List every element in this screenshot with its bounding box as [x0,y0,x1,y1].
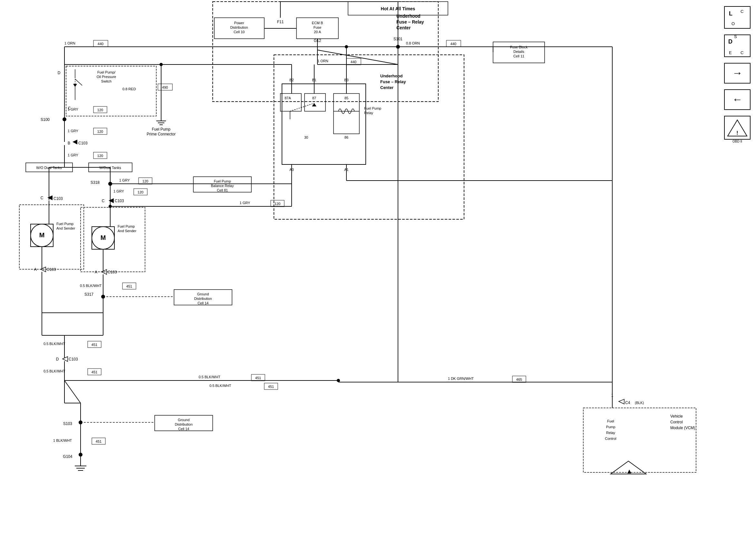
s318-label: S318 [91,180,100,185]
wire-red-08-label: 0.8 RED [122,87,136,91]
svg-line-14 [317,50,398,64]
wire-dkgrnwht-label: 1 DK GRN/WHT [448,377,474,381]
fp-balance-relay-label1: Fuel Pump [214,179,231,183]
power-dist-label: Power [234,21,244,25]
svg-rect-128 [724,6,750,28]
f11-label: F11 [277,20,284,24]
g104-label: G104 [63,454,73,459]
wire-blkwht-horiz-label: 0.5 BLK/WHT [199,375,220,379]
cc103-left-c: C [41,196,44,200]
wire-blkwht-long-label: 0.5 BLK/WHT [209,384,231,388]
fuse-block-label2: Details [513,50,524,53]
wire-blkwht-1-label: 1 BLK/WHT [53,439,72,442]
fp-sender-left-label2: And Sender [56,226,75,230]
motor-right-symbol: M [101,234,106,241]
fp-switch-label1: Fuel Pump/ [97,70,116,74]
power-dist-label2: Distribution [230,25,248,29]
vcm-control-label: Control [670,420,683,424]
obd-triangle-icon: ▲ [626,468,633,475]
gnd-dist-1-label1: Ground [197,292,209,296]
d-connector-label: D [58,71,61,75]
s317-label: S317 [84,292,93,297]
fp-relay-ctrl-label3: Relay [606,431,615,435]
wire-gry-num-a: 120 [97,108,103,112]
wire-orn440-label-a: 1 ORN [64,41,75,45]
fp-relay-label1: Fuel Pump [364,106,381,110]
wire-blkwht-bot-label: 0.5 BLK/WHT [44,342,65,346]
wire-gry-num-b: 120 [97,130,103,133]
wire-gry-label-c: 1 GRY [68,153,78,157]
fp-relay-ctrl-label2: Pump [606,425,615,429]
fp-sender-right-label1: Fuel Pump [118,224,135,228]
fp-sender-left-label1: Fuel Pump [56,222,73,226]
obd-sidebar-label: OBD II [732,140,742,143]
wire-gry-relay-bot-num: 120 [275,202,280,206]
gnd-dist-1-label2: Distribution [194,297,212,301]
svg-marker-124 [619,399,624,404]
underhood-label-top2: Fuse – Relay [396,19,424,24]
underhood-label-bot3: Center [380,85,393,90]
fp-prime-conn-label2: Prime Connector [147,132,176,136]
fp-sender-right-label2: And Sender [118,229,136,233]
wire-gry-relay-bot-label: 1 GRY [240,201,250,205]
s101-label: S101 [393,37,402,41]
pin-85-label: 85 [344,96,348,100]
forward-arrow-icon[interactable]: → [732,67,742,79]
svg-marker-47 [47,195,53,200]
desc-s1-label: S [734,34,737,39]
back-arrow-icon[interactable]: ← [732,93,742,105]
wire-blkwht-right-label: 0.5 BLK/WHT [80,284,102,288]
wire-orn-08-label: 0.8 ORN [406,41,420,45]
bc103-c-label: C103 [78,141,88,145]
wire-blkwht-horiz-num: 451 [255,376,261,380]
g104-node [79,453,82,457]
wire-blkwht-1-num: 451 [96,440,102,443]
fp-balance-relay-label2: Balance Relay [211,184,234,188]
wiring-diagram: Hot At All Times Power Distribution Cell… [0,0,756,543]
wire-gry-s318-num: 120 [142,179,148,183]
wire-blkwht-bot-num: 451 [92,343,97,347]
svg-line-100 [290,103,314,111]
desc-d-label: D [728,38,732,45]
blk-label: (BLK) [635,401,644,405]
desc-c-label: C [741,50,743,55]
underhood-label-top3: Center [396,25,411,30]
gnd-dist-2-cell: Cell 14 [178,427,189,431]
svg-marker-26 [73,84,77,87]
wire-gry-label-s318-down: 1 GRY [113,189,124,193]
svg-point-136 [345,45,348,48]
c4-label: C4 [625,401,630,405]
wire-orn440-label-b: 1 ORN [317,59,328,63]
wire-blkwht-bot2-num: 451 [92,370,97,374]
bc103-label: B [68,141,70,145]
svg-rect-91 [274,55,464,219]
underhood-label-top: Underhood [396,14,421,19]
ac103-left-a: A [34,267,37,272]
fp-relay-ctrl-label1: Fuel [607,419,614,423]
loc-c-label: C [741,9,743,14]
wire-orn440-num-a: 440 [98,42,103,46]
vcm-module-label: Module (VCM) [670,426,695,430]
gnd-dist-2-label1: Ground [178,418,190,422]
svg-marker-37 [73,140,77,144]
fp-balance-relay-cell: Cell 81 [217,188,228,192]
gnd-dist-1-cell: Cell 14 [198,301,208,305]
pin-87-label: 87 [312,96,316,100]
fp-relay-ctrl-label4: Control [605,437,616,441]
fp-switch-label3: Switch [101,79,111,83]
wire-orn-08-num: 440 [451,42,456,46]
desc-e-label: E [729,50,732,55]
fp-prime-conn-label1: Fuel Pump [152,127,170,131]
wire-gry-num-s318-down: 120 [138,190,143,194]
gnd-dist-2-label2: Distribution [175,422,192,426]
ac103-right-label: C103 [108,270,117,275]
ecm-fuse-label1: ECM B [312,21,323,25]
ac103-left-label: C103 [47,267,56,272]
dc103-label: D [56,357,59,362]
svg-rect-92 [282,84,366,164]
fp-relay-label2: Relay [364,111,373,115]
wire-dkgrnwht-num: 465 [516,378,522,382]
wire-gry-label-b: 1 GRY [68,129,78,133]
wire-gry-label-a: 1 GRY [68,107,78,111]
pin-30-label: 30 [304,135,308,139]
